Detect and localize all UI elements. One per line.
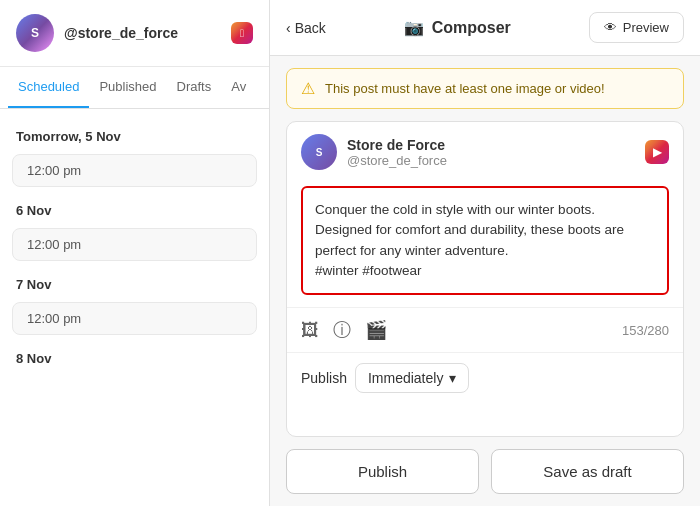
chevron-down-icon: ▾ xyxy=(449,370,456,386)
tab-scheduled[interactable]: Scheduled xyxy=(8,67,89,108)
post-account-info: Store de Force @store_de_force xyxy=(347,137,635,168)
instagram-icon[interactable]:  xyxy=(231,22,253,44)
post-content[interactable]: Conquer the cold in style with our winte… xyxy=(301,186,669,295)
warning-text: This post must have at least one image o… xyxy=(325,81,605,96)
back-label: Back xyxy=(295,20,326,36)
video-icon[interactable]: 🎬 xyxy=(365,319,387,341)
composer-header: ‹ Back 📷 Composer 👁 Preview xyxy=(270,0,700,56)
preview-label: Preview xyxy=(623,20,669,35)
char-count: 153/280 xyxy=(622,323,669,338)
save-draft-button[interactable]: Save as draft xyxy=(491,449,684,494)
date-label-3: 8 Nov xyxy=(0,339,269,372)
left-panel: S @store_de_force  Scheduled Published … xyxy=(0,0,270,506)
composer-title: 📷 Composer xyxy=(338,18,577,37)
publish-button[interactable]: Publish xyxy=(286,449,479,494)
store-avatar: S xyxy=(301,134,337,170)
time-slot-2-0[interactable]: 12:00 pm xyxy=(12,302,257,335)
date-label-1: 6 Nov xyxy=(0,191,269,224)
store-name: Store de Force xyxy=(347,137,635,153)
publish-label: Publish xyxy=(301,370,347,386)
publish-timing-row: Publish Immediately ▾ xyxy=(287,352,683,403)
composer-title-text: Composer xyxy=(432,19,511,37)
post-header: S Store de Force @store_de_force ▶ xyxy=(287,122,683,182)
time-slot-1-0[interactable]: 12:00 pm xyxy=(12,228,257,261)
composer-icon: 📷 xyxy=(404,18,424,37)
date-label-0: Tomorrow, 5 Nov xyxy=(0,117,269,150)
preview-button[interactable]: 👁 Preview xyxy=(589,12,684,43)
action-buttons: Publish Save as draft xyxy=(270,437,700,506)
account-name: @store_de_force xyxy=(64,25,221,41)
store-handle: @store_de_force xyxy=(347,153,635,168)
right-panel: ‹ Back 📷 Composer 👁 Preview ⚠ This post … xyxy=(270,0,700,506)
date-label-2: 7 Nov xyxy=(0,265,269,298)
tabs-bar: Scheduled Published Drafts Av xyxy=(0,67,269,109)
image-icon[interactable]: 🖼 xyxy=(301,320,319,341)
post-instagram-icon: ▶ xyxy=(645,140,669,164)
tab-av[interactable]: Av xyxy=(221,67,256,108)
post-toolbar: 🖼 ⓘ 🎬 153/280 xyxy=(287,307,683,352)
tab-drafts[interactable]: Drafts xyxy=(167,67,222,108)
publish-timing-value: Immediately xyxy=(368,370,443,386)
time-slot-0-0[interactable]: 12:00 pm xyxy=(12,154,257,187)
account-header: S @store_de_force  xyxy=(0,0,269,67)
eye-icon: 👁 xyxy=(604,20,617,35)
warning-icon: ⚠ xyxy=(301,79,315,98)
chevron-left-icon: ‹ xyxy=(286,20,291,36)
avatar: S xyxy=(16,14,54,52)
warning-banner: ⚠ This post must have at least one image… xyxy=(286,68,684,109)
publish-timing-dropdown[interactable]: Immediately ▾ xyxy=(355,363,469,393)
back-button[interactable]: ‹ Back xyxy=(286,20,326,36)
schedule-list: Tomorrow, 5 Nov 12:00 pm 6 Nov 12:00 pm … xyxy=(0,109,269,506)
wordpress-icon[interactable]: ⓘ xyxy=(333,318,351,342)
tab-published[interactable]: Published xyxy=(89,67,166,108)
post-card: S Store de Force @store_de_force ▶ Conqu… xyxy=(286,121,684,437)
